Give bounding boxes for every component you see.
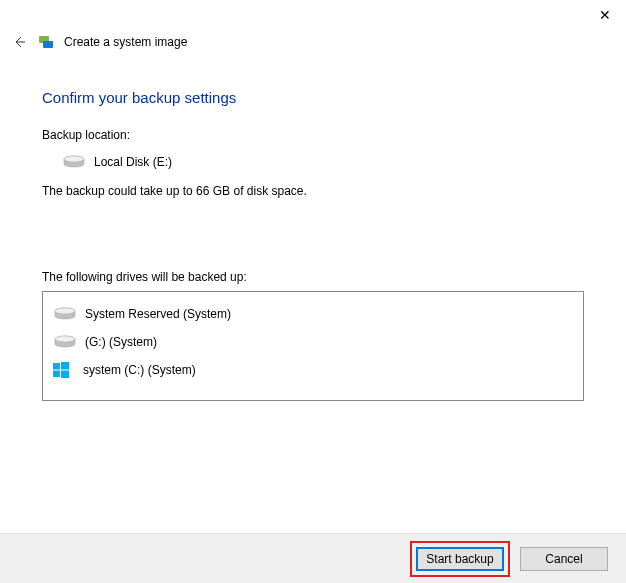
windows-icon [53, 362, 73, 378]
cancel-button[interactable]: Cancel [520, 547, 608, 571]
header-row: Create a system image [0, 30, 626, 54]
svg-rect-9 [61, 362, 69, 370]
svg-point-7 [55, 336, 75, 342]
drives-label: The following drives will be backed up: [42, 270, 584, 284]
close-button[interactable]: ✕ [584, 0, 626, 30]
back-button[interactable] [10, 33, 28, 51]
highlight-annotation: Start backup [410, 541, 510, 577]
app-icon [38, 34, 54, 50]
svg-rect-1 [43, 41, 53, 48]
list-item: system (C:) (System) [53, 356, 573, 384]
backup-location-row: Local Disk (E:) [42, 154, 584, 170]
disk-icon [53, 334, 75, 350]
backup-location-name: Local Disk (E:) [94, 155, 172, 169]
svg-rect-10 [53, 371, 60, 378]
list-item: (G:) (System) [53, 328, 573, 356]
drive-name: System Reserved (System) [85, 307, 231, 321]
backup-location-label: Backup location: [42, 128, 584, 142]
svg-point-5 [55, 308, 75, 314]
app-title: Create a system image [64, 35, 187, 49]
drive-name: (G:) (System) [85, 335, 157, 349]
close-icon: ✕ [599, 7, 611, 23]
svg-point-3 [64, 156, 84, 162]
disk-icon [53, 306, 75, 322]
start-backup-button[interactable]: Start backup [416, 547, 504, 571]
svg-rect-8 [53, 363, 60, 370]
back-arrow-icon [11, 34, 27, 50]
disk-icon [62, 154, 84, 170]
content-area: Confirm your backup settings Backup loca… [0, 54, 626, 401]
page-title: Confirm your backup settings [42, 89, 584, 106]
footer: Start backup Cancel [0, 533, 626, 583]
titlebar: ✕ [0, 0, 626, 30]
list-item: System Reserved (System) [53, 300, 573, 328]
svg-rect-11 [61, 371, 69, 379]
drives-list: System Reserved (System) (G:) (System) [42, 291, 584, 401]
size-note: The backup could take up to 66 GB of dis… [42, 184, 584, 198]
drive-name: system (C:) (System) [83, 363, 196, 377]
